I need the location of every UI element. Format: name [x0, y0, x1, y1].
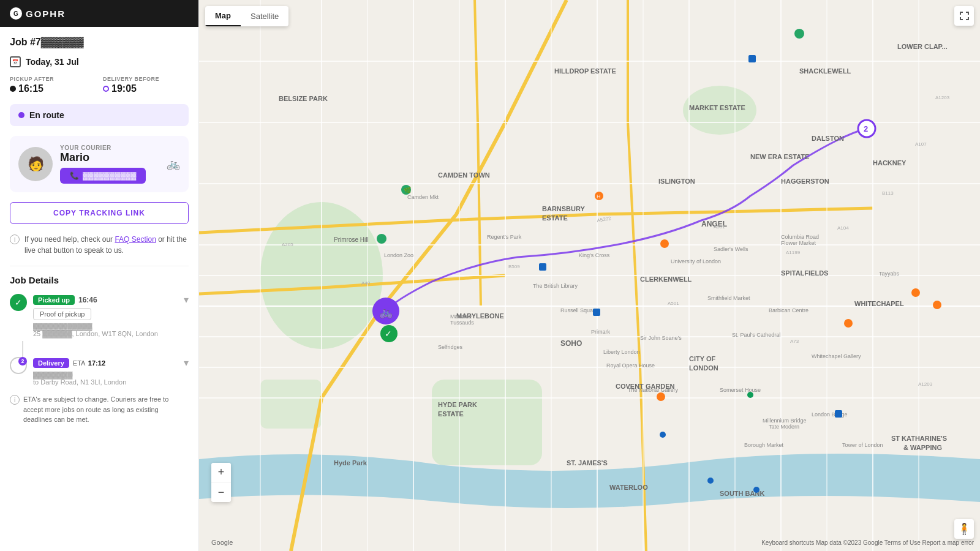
svg-text:ESTATE: ESTATE [542, 214, 568, 222]
pickup-timeline-item: ✓ Picked up 16:46 ▾ Proof of pickup ▓▓▓▓… [10, 294, 189, 337]
copy-tracking-link-button[interactable]: COPY TRACKING LINK [10, 202, 189, 224]
delivery-address-2: to Darby Road, N1 3LI, London [33, 378, 189, 386]
pickup-address-1: ▓▓▓▓▓▓▓▓▓▓▓▓ [33, 323, 189, 330]
delivery-eta-label: ETA 17:12 [73, 359, 105, 367]
svg-point-105 [794, 29, 804, 39]
bike-icon[interactable]: 🚲 [167, 157, 180, 171]
svg-text:Tate Modern: Tate Modern [769, 424, 799, 430]
help-text-content: If you need help, check our FAQ Section … [24, 234, 189, 256]
calendar-icon: 📅 [10, 56, 21, 67]
faq-link[interactable]: FAQ Section [115, 235, 156, 244]
courier-label: YOUR COURIER [60, 144, 159, 151]
delivery-number-badge: 2 [21, 358, 24, 364]
svg-point-113 [660, 239, 669, 248]
svg-rect-2 [432, 380, 542, 465]
svg-text:🚲: 🚲 [379, 305, 393, 319]
job-number: Job #7▓▓▓▓▓▓ [10, 37, 189, 48]
tab-satellite[interactable]: Satellite [241, 6, 288, 26]
delivery-time: 19:05 [111, 83, 137, 94]
delivery-pending-icon: 2 [10, 357, 27, 374]
svg-text:Royal Opera House: Royal Opera House [606, 362, 655, 369]
proof-of-pickup-button[interactable]: Proof of pickup [33, 308, 91, 320]
fullscreen-button[interactable] [954, 6, 974, 26]
svg-text:Millennium Bridge: Millennium Bridge [763, 418, 807, 424]
pickup-time: 16:15 [18, 83, 43, 94]
phone-icon: 📞 [70, 171, 79, 180]
map-svg: BELSIZE PARK CAMDEN TOWN Primrose Hill B… [199, 0, 980, 551]
delivery-expand-icon[interactable]: ▾ [184, 357, 189, 369]
svg-point-118 [747, 392, 753, 398]
svg-text:Whitechapel Gallery: Whitechapel Gallery [812, 353, 861, 359]
pickup-expand-icon[interactable]: ▾ [184, 294, 189, 305]
status-bar: En route [10, 104, 189, 126]
top-bar: G GOPHR [0, 0, 198, 27]
svg-text:LOWER CLAP...: LOWER CLAP... [897, 43, 948, 50]
svg-text:A1203: A1203 [935, 95, 950, 100]
map-zoom: + − [211, 463, 231, 502]
delivery-header: Delivery ETA 17:12 ▾ [33, 357, 189, 369]
svg-text:A1199: A1199 [786, 250, 801, 255]
zoom-out-button[interactable]: − [211, 482, 231, 502]
svg-text:A104: A104 [837, 225, 849, 231]
pickup-time-box: PICKUP AFTER 16:15 [10, 76, 96, 94]
svg-text:WHITECHAPEL: WHITECHAPEL [854, 300, 904, 307]
svg-text:Liberty London: Liberty London [603, 349, 640, 355]
svg-text:Tussauds: Tussauds [450, 320, 474, 326]
svg-text:HILLDROP ESTATE: HILLDROP ESTATE [554, 67, 616, 75]
delivery-time-value: 19:05 [103, 83, 189, 94]
pickup-header: Picked up 16:46 ▾ [33, 294, 189, 305]
courier-info: YOUR COURIER Mario 📞 ▓▓▓▓▓▓▓▓▓▓ [60, 144, 159, 184]
time-row: PICKUP AFTER 16:15 DELIVERY BEFORE 19:05 [10, 76, 189, 94]
delivery-time-box: DELIVERY BEFORE 19:05 [103, 76, 189, 94]
svg-text:B113: B113 [882, 190, 894, 196]
pickup-completed-icon: ✓ [10, 294, 27, 311]
svg-text:A40: A40 [361, 280, 371, 286]
map-tabs: Map Satellite [205, 6, 288, 26]
job-date: Today, 31 Jul [26, 57, 79, 67]
svg-text:CITY OF: CITY OF [689, 355, 715, 362]
sidebar: G GOPHR Job #7▓▓▓▓▓▓ 📅 Today, 31 Jul PIC… [0, 0, 199, 551]
street-view-button[interactable]: 🧍 [954, 519, 974, 539]
svg-point-121 [753, 487, 760, 493]
delivery-eta-time: 17:12 [88, 359, 105, 367]
status-text: En route [29, 110, 64, 120]
call-button-label: ▓▓▓▓▓▓▓▓▓▓ [83, 171, 136, 180]
delivery-label: DELIVERY BEFORE [103, 76, 189, 82]
help-text: i If you need help, check our FAQ Sectio… [10, 234, 189, 256]
svg-point-115 [911, 288, 920, 297]
pickup-address-2: 25 ▓▓▓▓▓▓, London, W1T 8QN, London [33, 330, 189, 337]
svg-text:ESTATE: ESTATE [438, 410, 464, 418]
svg-text:Madame: Madame [450, 313, 472, 320]
svg-text:HYDE PARK: HYDE PARK [438, 401, 477, 408]
svg-text:Columbia Road: Columbia Road [781, 234, 819, 240]
timeline: ✓ Picked up 16:46 ▾ Proof of pickup ▓▓▓▓… [10, 294, 189, 386]
svg-text:Smithfield Market: Smithfield Market [707, 295, 750, 301]
svg-text:St. Paul's Cathedral: St. Paul's Cathedral [732, 332, 780, 338]
call-button[interactable]: 📞 ▓▓▓▓▓▓▓▓▓▓ [60, 168, 146, 184]
svg-text:Camden Mkt: Camden Mkt [407, 194, 439, 200]
svg-text:London Zoo: London Zoo [384, 252, 413, 258]
svg-text:Flower Market: Flower Market [781, 240, 816, 246]
help-icon: i [10, 234, 20, 244]
svg-text:A205: A205 [282, 242, 293, 247]
svg-text:University of London: University of London [671, 258, 721, 264]
help-pre: If you need help, check our [24, 235, 115, 244]
svg-text:🌿: 🌿 [404, 186, 412, 194]
svg-point-119 [707, 478, 714, 484]
delivery-badge: Delivery [33, 358, 69, 368]
svg-text:B509: B509 [508, 264, 520, 269]
svg-text:& WAPPING: & WAPPING [903, 444, 942, 451]
svg-rect-107 [748, 55, 756, 62]
pickup-dot [10, 86, 16, 92]
tab-map[interactable]: Map [205, 6, 241, 26]
delivery-content: Delivery ETA 17:12 ▾ ▓▓▓▓▓▓▓▓ to Darby R… [33, 357, 189, 386]
zoom-in-button[interactable]: + [211, 463, 231, 482]
delivery-timeline-item: 2 Delivery ETA 17:12 ▾ ▓▓▓▓▓▓▓▓ to Darby… [10, 357, 189, 386]
svg-text:SPITALFIELDS: SPITALFIELDS [781, 269, 828, 277]
map-area: Map Satellite [199, 0, 980, 551]
svg-text:Tower of London: Tower of London [842, 442, 883, 448]
svg-text:ST. JAMES'S: ST. JAMES'S [567, 459, 608, 467]
svg-text:SHACKLEWELL: SHACKLEWELL [799, 67, 851, 75]
courier-name: Mario [60, 151, 159, 164]
svg-text:Sir John Soane's: Sir John Soane's [640, 335, 682, 341]
